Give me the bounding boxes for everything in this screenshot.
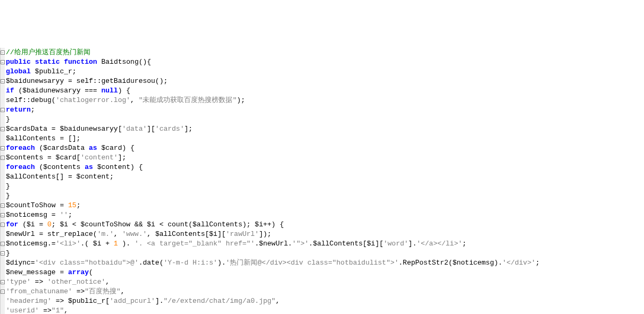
code-line[interactable]: } [6,115,540,124]
fold-minus-icon[interactable]: − [1,146,5,150]
fold-minus-icon[interactable]: − [1,223,5,227]
code-line[interactable]: $allContents[] = $content; [6,172,540,182]
code-line[interactable]: 'headerimg' => $public_r['add_pcurl']."/… [6,296,540,306]
code-line[interactable]: $baidunewsaryy = self::getBaiduresou(); [6,77,540,86]
code-line[interactable]: $cardsData = $baidunewsaryy['data']['car… [6,124,540,134]
code-area[interactable]: //给用户推送百度热门新闻public static function Baid… [6,48,540,314]
code-line[interactable]: if ($baidunewsaryy === null) { [6,86,540,96]
fold-minus-icon[interactable]: − [1,290,5,294]
code-line[interactable]: $newUrl = str_replace('m.', 'www.', $all… [6,230,540,239]
code-line[interactable]: self::debug('chatlogerror.log', "未能成功获取百… [6,96,540,105]
code-editor[interactable]: //给用户推送百度热门新闻public static function Baid… [0,48,644,314]
fold-minus-icon[interactable]: − [1,280,5,284]
code-line[interactable]: public static function Baidtsong(){ [6,57,540,67]
fold-minus-icon[interactable]: − [1,156,5,160]
code-line[interactable]: 'from_chatuname' =>"百度热搜", [6,287,540,296]
fold-gutter [1,48,5,314]
code-line[interactable]: } [6,182,540,191]
code-line[interactable]: } [6,191,540,201]
code-line[interactable]: global $public_r; [6,67,540,77]
code-line[interactable]: } [6,249,540,258]
code-line[interactable]: $contents = $card['content']; [6,153,540,163]
code-line[interactable]: for ($i = 0; $i < $countToShow && $i < c… [6,220,540,230]
code-line[interactable]: foreach ($contents as $content) { [6,163,540,172]
code-line[interactable]: $new_message = array( [6,268,540,277]
fold-minus-icon[interactable]: − [1,242,5,246]
fold-minus-icon[interactable]: − [1,108,5,112]
code-line[interactable]: return; [6,105,540,115]
code-line[interactable]: //给用户推送百度热门新闻 [6,48,540,57]
code-line[interactable]: $noticemsg = ''; [6,210,540,220]
fold-minus-icon[interactable]: − [1,127,5,131]
code-line[interactable]: 'type' => 'other_notice', [6,277,540,287]
code-line[interactable]: $noticemsg.='<li>'.( $i + 1 ). '. <a tar… [6,239,540,249]
fold-minus-icon[interactable]: − [1,251,5,256]
fold-minus-icon[interactable]: − [1,50,5,55]
fold-minus-icon[interactable]: − [1,203,5,208]
code-line[interactable]: foreach ($cardsData as $card) { [6,143,540,153]
fold-minus-icon[interactable]: − [1,60,5,64]
code-line[interactable]: $countToShow = 15; [6,201,540,210]
fold-minus-icon[interactable]: − [1,79,5,83]
fold-minus-icon[interactable]: − [1,213,5,217]
code-line[interactable]: 'userid' =>"1", [6,306,540,314]
code-line[interactable]: $diync='<div class="hotbaidu">@'.date('Y… [6,258,540,268]
code-line[interactable]: $allContents = []; [6,134,540,143]
